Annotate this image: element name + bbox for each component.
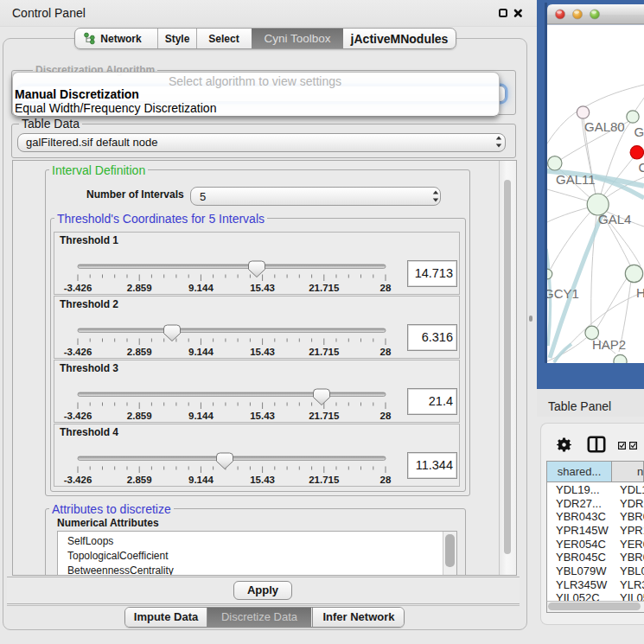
- svg-text:-3.426: -3.426: [64, 283, 92, 293]
- svg-text:21.715: 21.715: [309, 411, 340, 421]
- svg-text:HI: HI: [636, 285, 644, 300]
- svg-text:-3.426: -3.426: [64, 475, 92, 485]
- svg-text:28: 28: [380, 347, 392, 357]
- svg-text:GA: GA: [634, 124, 644, 139]
- svg-text:2.859: 2.859: [127, 475, 152, 485]
- svg-text:CA: CA: [639, 160, 644, 175]
- svg-text:15.43: 15.43: [250, 283, 275, 293]
- svg-text:15.43: 15.43: [250, 411, 275, 421]
- svg-text:21.715: 21.715: [309, 475, 340, 485]
- svg-text:GAL11: GAL11: [556, 172, 596, 187]
- svg-text:9.144: 9.144: [188, 411, 214, 421]
- svg-text:28: 28: [380, 411, 392, 421]
- svg-text:9.144: 9.144: [188, 475, 214, 485]
- svg-text:9.144: 9.144: [188, 283, 214, 293]
- svg-text:28: 28: [380, 283, 392, 293]
- svg-text:-3.426: -3.426: [64, 411, 92, 421]
- svg-text:HAP2: HAP2: [592, 337, 626, 352]
- svg-text:9.144: 9.144: [188, 347, 214, 357]
- svg-text:15.43: 15.43: [250, 475, 275, 485]
- svg-text:GAL80: GAL80: [584, 119, 625, 134]
- svg-text:21.715: 21.715: [309, 347, 340, 357]
- svg-text:GCY1: GCY1: [544, 286, 579, 301]
- svg-text:28: 28: [380, 475, 392, 485]
- svg-text:-3.426: -3.426: [64, 347, 92, 357]
- svg-text:15.43: 15.43: [250, 347, 275, 357]
- svg-text:2.859: 2.859: [127, 411, 152, 421]
- svg-text:2.859: 2.859: [127, 347, 152, 357]
- svg-text:21.715: 21.715: [309, 283, 340, 293]
- svg-text:GAL4: GAL4: [598, 212, 631, 226]
- svg-text:2.859: 2.859: [127, 283, 152, 293]
